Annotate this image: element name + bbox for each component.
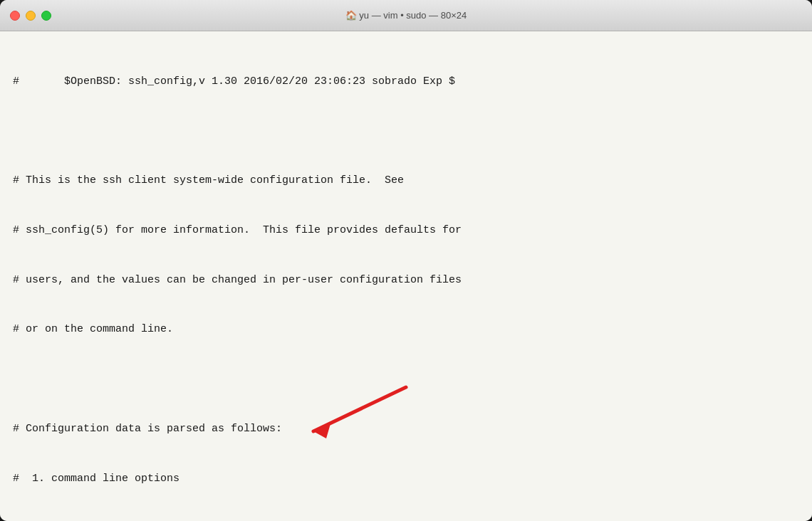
line-2 xyxy=(13,122,799,139)
line-3: # This is the ssh client system-wide con… xyxy=(13,172,799,189)
terminal-window: 🏠 yu — vim • sudo — 80×24 # $OpenBSD: ss… xyxy=(0,0,812,521)
traffic-lights xyxy=(10,11,51,21)
svg-marker-1 xyxy=(313,421,331,438)
annotation-arrow xyxy=(249,380,434,451)
line-9: # 1. command line options xyxy=(13,470,799,487)
line-5: # users, and the values can be changed i… xyxy=(13,272,799,288)
window-title: 🏠 yu — vim • sudo — 80×24 xyxy=(345,10,467,21)
maximize-button[interactable] xyxy=(41,11,51,21)
line-6: # or on the command line. xyxy=(13,321,799,337)
minimize-button[interactable] xyxy=(26,11,36,21)
line-1: # $OpenBSD: ssh_config,v 1.30 2016/02/20… xyxy=(13,73,799,90)
title-bar: 🏠 yu — vim • sudo — 80×24 xyxy=(0,0,812,31)
terminal-body[interactable]: # $OpenBSD: ssh_config,v 1.30 2016/02/20… xyxy=(0,31,812,521)
line-4: # ssh_config(5) for more information. Th… xyxy=(13,222,799,238)
close-button[interactable] xyxy=(10,11,20,21)
